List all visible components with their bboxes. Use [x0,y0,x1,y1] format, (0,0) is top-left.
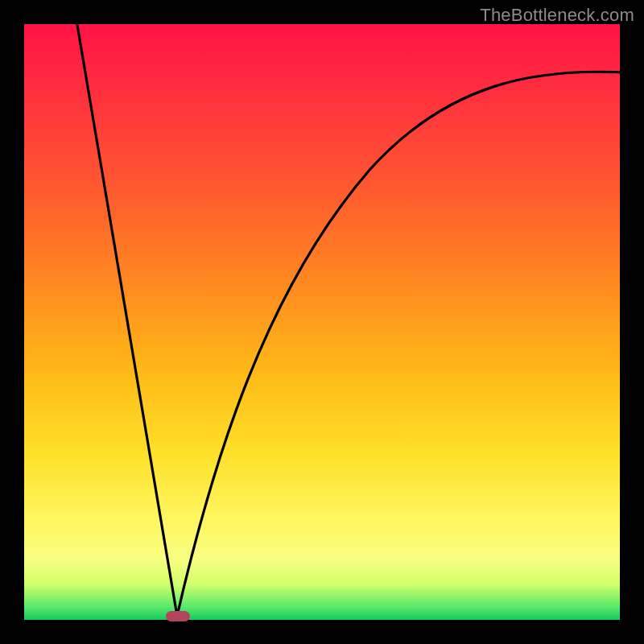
curve-left-branch [76,20,177,616]
curve-right-branch [177,72,624,616]
watermark-text: TheBottleneck.com [480,5,634,26]
trough-marker [166,611,190,621]
chart-frame: TheBottleneck.com [0,0,644,644]
plot-area [24,24,620,620]
bottleneck-curve [24,24,620,620]
